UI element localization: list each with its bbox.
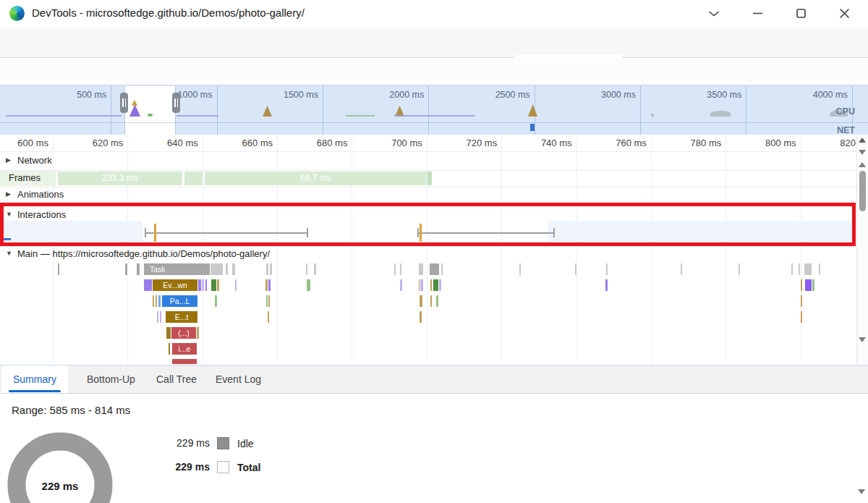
- flame-bar[interactable]: [211, 279, 216, 291]
- flame-bar[interactable]: [306, 263, 307, 275]
- flame-bar[interactable]: [266, 263, 268, 275]
- flame-bar[interactable]: [430, 295, 432, 307]
- flame-bar[interactable]: [137, 263, 140, 275]
- window-menu-chevron-icon[interactable]: [697, 0, 731, 27]
- flame-bar[interactable]: Task: [144, 263, 210, 275]
- flame-bar[interactable]: [420, 295, 422, 307]
- flame-bar[interactable]: [268, 279, 271, 291]
- flame-bar[interactable]: [420, 279, 423, 291]
- summary-scroll-down-icon[interactable]: [858, 489, 865, 494]
- track-network[interactable]: ▶ Network: [0, 152, 856, 170]
- track-frames-label[interactable]: Frames: [9, 172, 41, 183]
- flame-bar[interactable]: [419, 263, 423, 275]
- frame-bar[interactable]: [184, 172, 203, 185]
- flame-bar[interactable]: i...e: [172, 343, 197, 355]
- minimize-button[interactable]: [741, 0, 774, 27]
- scroll-down-icon[interactable]: [859, 337, 866, 342]
- flame-bar[interactable]: [215, 295, 217, 307]
- flame-bar[interactable]: [270, 263, 272, 275]
- flame-bar[interactable]: Ev...wn: [153, 279, 197, 291]
- flame-bar[interactable]: [205, 279, 207, 291]
- track-animations[interactable]: ▶ Animations: [0, 187, 856, 203]
- flame-bar[interactable]: [400, 263, 401, 275]
- flame-bar[interactable]: [217, 279, 219, 291]
- scroll-up-icon[interactable]: [859, 162, 866, 167]
- tab-call-tree[interactable]: Call Tree: [145, 365, 208, 393]
- track-main[interactable]: ▼ Main — https://microsoftedge.github.io…: [0, 247, 579, 261]
- flame-bar[interactable]: [232, 263, 235, 275]
- selection-handle-right[interactable]: [172, 93, 180, 113]
- scroll-down-icon[interactable]: [859, 150, 866, 155]
- flame-bar[interactable]: [125, 263, 127, 275]
- flame-bar[interactable]: [819, 263, 820, 275]
- flame-bar[interactable]: [268, 295, 270, 307]
- interaction-event-tick[interactable]: [154, 224, 156, 242]
- flame-bar[interactable]: [197, 327, 199, 339]
- flame-bar[interactable]: [400, 279, 402, 291]
- frame-bar[interactable]: [427, 172, 432, 185]
- flame-bar[interactable]: [441, 263, 443, 275]
- flame-bar[interactable]: (...): [171, 327, 196, 339]
- frame-bar[interactable]: 66.7 ms: [205, 172, 427, 185]
- selection-handle-left[interactable]: [120, 93, 128, 113]
- flame-bar[interactable]: [430, 279, 432, 291]
- scroll-up-icon[interactable]: [859, 138, 866, 143]
- flame-bar[interactable]: [606, 263, 608, 275]
- flame-bar[interactable]: [430, 263, 439, 275]
- flame-bar[interactable]: Pa...L: [162, 295, 197, 307]
- flame-bar[interactable]: [266, 295, 268, 307]
- flame-bar[interactable]: [268, 311, 269, 323]
- flame-bar[interactable]: [160, 311, 161, 323]
- flame-bar[interactable]: [433, 279, 439, 291]
- flame-bar[interactable]: [801, 295, 802, 307]
- flame-bar[interactable]: [799, 263, 800, 275]
- flame-bar[interactable]: [575, 263, 576, 275]
- flame-bar[interactable]: [158, 295, 161, 307]
- scrollbar-thumb[interactable]: [859, 171, 866, 211]
- flame-bar[interactable]: [519, 263, 521, 275]
- interaction-whisker-line[interactable]: [417, 232, 553, 234]
- close-button[interactable]: [827, 0, 861, 27]
- flame-bar[interactable]: [804, 263, 812, 275]
- interaction-event-tick[interactable]: [420, 224, 422, 242]
- expander-icon[interactable]: ▶: [6, 190, 11, 198]
- flame-bar[interactable]: [801, 279, 802, 291]
- flame-bar[interactable]: [202, 279, 204, 291]
- flame-bar[interactable]: [605, 279, 608, 291]
- timeline-overview[interactable]: 500 ms1000 ms1500 ms2000 ms2500 ms3000 m…: [0, 85, 868, 135]
- flame-bar[interactable]: [739, 263, 740, 275]
- flame-bar[interactable]: [166, 327, 171, 339]
- expander-icon[interactable]: ▶: [6, 156, 11, 164]
- flame-bar[interactable]: [58, 263, 59, 275]
- flame-bar[interactable]: [439, 279, 441, 291]
- expander-icon[interactable]: ▼: [6, 250, 12, 257]
- flame-bar[interactable]: [235, 279, 237, 291]
- flame-bar[interactable]: [791, 263, 793, 275]
- flame-bar[interactable]: [226, 263, 228, 275]
- maximize-button[interactable]: [784, 0, 817, 27]
- flame-bar[interactable]: [801, 311, 802, 323]
- tab-bottom-up[interactable]: Bottom-Up: [75, 365, 147, 393]
- flame-bar[interactable]: [169, 343, 170, 355]
- flame-bar[interactable]: [394, 263, 396, 275]
- flame-bar[interactable]: [156, 295, 157, 307]
- flame-bar[interactable]: [157, 311, 158, 323]
- frame-bar[interactable]: 233.3 ms: [58, 172, 182, 185]
- tab-summary[interactable]: Summary: [1, 365, 68, 393]
- flame-bar[interactable]: [210, 263, 223, 275]
- flame-bar[interactable]: [420, 311, 422, 323]
- flame-bar[interactable]: [198, 279, 201, 291]
- flame-bar[interactable]: [144, 279, 152, 291]
- flame-bar[interactable]: [265, 279, 268, 291]
- flame-bar[interactable]: [153, 295, 154, 307]
- interaction-whisker-line[interactable]: [145, 232, 307, 234]
- flame-bar[interactable]: [805, 279, 812, 291]
- flame-bar[interactable]: E...t: [166, 311, 197, 323]
- flame-bar[interactable]: [314, 263, 316, 275]
- tab-event-log[interactable]: Event Log: [204, 365, 273, 393]
- flame-bar[interactable]: [172, 359, 197, 364]
- flame-bar[interactable]: [681, 263, 682, 275]
- flame-bar[interactable]: [436, 295, 438, 307]
- flame-bar[interactable]: [812, 279, 814, 291]
- flame-bar[interactable]: [307, 279, 310, 291]
